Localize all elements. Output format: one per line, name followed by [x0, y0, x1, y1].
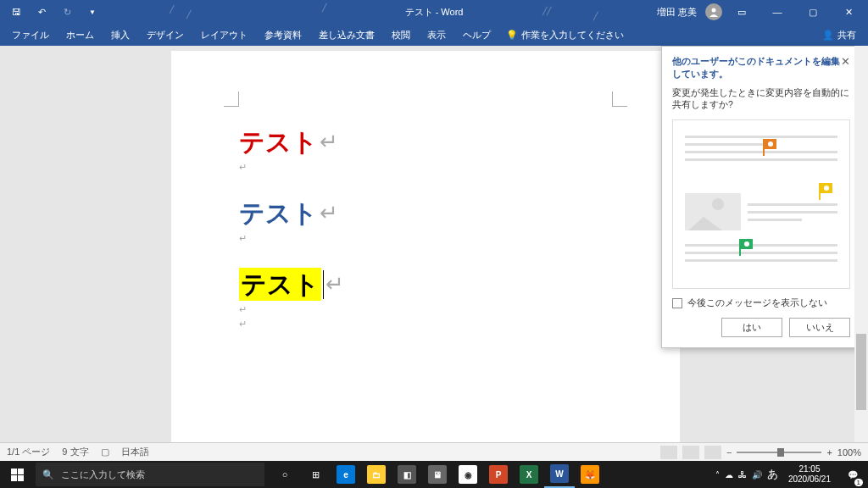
share-button[interactable]: 👤 共有 [814, 29, 865, 42]
zoom-level[interactable]: 100% [837, 447, 861, 458]
ribbon-display-options-icon[interactable]: ▭ [726, 0, 758, 24]
flag-orange-icon [763, 139, 776, 156]
task-view-icon[interactable]: ⊞ [300, 461, 331, 488]
minimize-button[interactable]: — [761, 0, 793, 24]
notif-badge: 1 [854, 479, 863, 486]
window-title: テスト - Word [405, 6, 464, 19]
tab-references[interactable]: 参考資料 [256, 24, 310, 46]
tab-file[interactable]: ファイル [3, 24, 58, 46]
ribbon-tabs: ファイル ホーム 挿入 デザイン レイアウト 参考資料 差し込み文書 校閲 表示… [0, 24, 868, 46]
view-print-layout[interactable] [682, 446, 699, 459]
tray-network-icon[interactable]: 🖧 [738, 470, 747, 480]
para-mark-icon: ↵ [320, 199, 338, 228]
tab-layout[interactable]: レイアウト [192, 24, 256, 46]
tab-insert[interactable]: 挿入 [103, 24, 138, 46]
view-web-layout[interactable] [704, 446, 721, 459]
empty-para-4: ↵ [239, 319, 612, 330]
quick-access-toolbar: 🖫 ↶ ↻ ▼ [0, 3, 102, 21]
explorer-icon[interactable]: 🗀 [361, 461, 392, 488]
doc-text-2: テスト [239, 197, 318, 230]
popup-close-button[interactable]: ✕ [841, 55, 850, 68]
popup-yes-button[interactable]: はい [721, 318, 782, 337]
close-button[interactable]: ✕ [832, 0, 865, 24]
popup-no-button[interactable]: いいえ [789, 318, 850, 337]
share-icon: 👤 [822, 30, 834, 41]
tab-review[interactable]: 校閲 [383, 24, 419, 46]
word-icon[interactable]: W [544, 461, 575, 488]
doc-line-1[interactable]: テスト ↵ [239, 125, 612, 158]
vertical-scrollbar[interactable] [854, 46, 868, 442]
crop-mark-tl [224, 92, 239, 107]
popup-title: 他のユーザーがこのドキュメントを編集しています。 [672, 55, 841, 80]
tab-view[interactable]: 表示 [419, 24, 454, 46]
chrome-icon[interactable]: ◉ [453, 461, 483, 488]
save-icon[interactable]: 🖫 [7, 3, 25, 21]
spellcheck-icon[interactable]: ▢ [101, 446, 109, 458]
page-count[interactable]: 1/1 ページ [7, 446, 50, 458]
taskbar-apps: ○ ⊞ e 🗀 ◧ 🖥 ◉ P X W 🦊 [270, 461, 605, 488]
tray-onedrive-icon[interactable]: ☁ [725, 470, 733, 480]
notification-center-icon[interactable]: 💬1 [841, 461, 865, 488]
lightbulb-icon: 💡 [506, 30, 518, 41]
tab-help[interactable]: ヘルプ [454, 24, 499, 46]
taskbar-search[interactable]: 🔍 ここに入力して検索 [36, 463, 264, 486]
doc-text-1: テスト [239, 125, 318, 158]
empty-para-2: ↵ [239, 233, 612, 244]
cortana-icon[interactable]: ○ [270, 461, 300, 488]
zoom-slider[interactable] [737, 452, 821, 453]
left-margin [0, 46, 171, 442]
scroll-thumb[interactable] [856, 334, 866, 410]
undo-icon[interactable]: ↶ [32, 3, 51, 21]
edge-icon[interactable]: e [331, 461, 361, 488]
dont-show-again-checkbox[interactable]: 今後このメッセージを表示しない [672, 297, 850, 309]
taskbar-clock[interactable]: 21:05 2020/06/21 [783, 464, 836, 485]
tab-home[interactable]: ホーム [58, 24, 103, 46]
checkbox-label: 今後このメッセージを表示しない [687, 297, 827, 309]
windows-taskbar: 🔍 ここに入力して検索 ○ ⊞ e 🗀 ◧ 🖥 ◉ P X W 🦊 ˄ ☁ 🖧 … [0, 461, 868, 488]
tray-chevron-up-icon[interactable]: ˄ [715, 470, 720, 480]
search-icon: 🔍 [42, 469, 54, 480]
coauthoring-popup: 他のユーザーがこのドキュメントを編集しています。 ✕ 変更が発生したときに変更内… [661, 46, 861, 348]
language-label[interactable]: 日本語 [121, 446, 149, 458]
para-mark-icon: ↵ [326, 270, 344, 299]
popup-illustration [672, 119, 850, 289]
doc-line-3[interactable]: テスト ↵ [239, 268, 612, 301]
ime-indicator[interactable]: あ [767, 467, 778, 482]
firefox-icon[interactable]: 🦊 [575, 461, 605, 488]
tab-mailings[interactable]: 差し込み文書 [310, 24, 383, 46]
zoom-out-button[interactable]: − [726, 447, 732, 458]
flag-green-icon [739, 239, 753, 256]
text-cursor [323, 270, 324, 299]
app-icon-2[interactable]: 🖥 [422, 461, 453, 488]
crop-mark-tr [612, 92, 627, 107]
redo-icon[interactable]: ↻ [58, 3, 76, 21]
tell-me-placeholder: 作業を入力してください [521, 29, 624, 42]
maximize-button[interactable]: ▢ [797, 0, 829, 24]
view-read-mode[interactable] [660, 446, 677, 459]
qat-dropdown-icon[interactable]: ▼ [83, 3, 102, 21]
share-label: 共有 [837, 29, 856, 42]
user-name-label: 増田 恵美 [657, 6, 697, 19]
checkbox-icon [672, 298, 682, 308]
tray-volume-icon[interactable]: 🔊 [752, 470, 762, 480]
clock-time: 21:05 [788, 464, 831, 474]
empty-para-1: ↵ [239, 162, 612, 173]
title-bar: 🖫 ↶ ↻ ▼ ╱ ╱ ╱ テスト - Word ╱╱ ╱ 増田 恵美 ▭ — … [0, 0, 868, 24]
tell-me-search[interactable]: 💡 作業を入力してください [506, 29, 624, 42]
powerpoint-icon[interactable]: P [483, 461, 514, 488]
zoom-in-button[interactable]: + [826, 447, 832, 458]
system-tray: ˄ ☁ 🖧 🔊 あ 21:05 2020/06/21 💬1 [715, 461, 868, 488]
user-avatar[interactable] [705, 3, 722, 20]
document-page[interactable]: テスト ↵ ↵ テスト ↵ ↵ テスト ↵ ↵ ↵ [171, 51, 680, 442]
tab-design[interactable]: デザイン [138, 24, 192, 46]
popup-body-text: 変更が発生したときに変更内容を自動的に共有しますか? [672, 87, 850, 111]
status-bar: 1/1 ページ 9 文字 ▢ 日本語 − + 100% [0, 442, 868, 461]
flag-yellow-icon [819, 183, 832, 200]
start-button[interactable] [0, 461, 34, 488]
word-count[interactable]: 9 文字 [62, 446, 88, 458]
svg-point-0 [712, 8, 716, 13]
app-icon-1[interactable]: ◧ [392, 461, 422, 488]
excel-icon[interactable]: X [514, 461, 544, 488]
para-mark-icon: ↵ [320, 128, 338, 157]
doc-line-2[interactable]: テスト ↵ [239, 197, 612, 230]
